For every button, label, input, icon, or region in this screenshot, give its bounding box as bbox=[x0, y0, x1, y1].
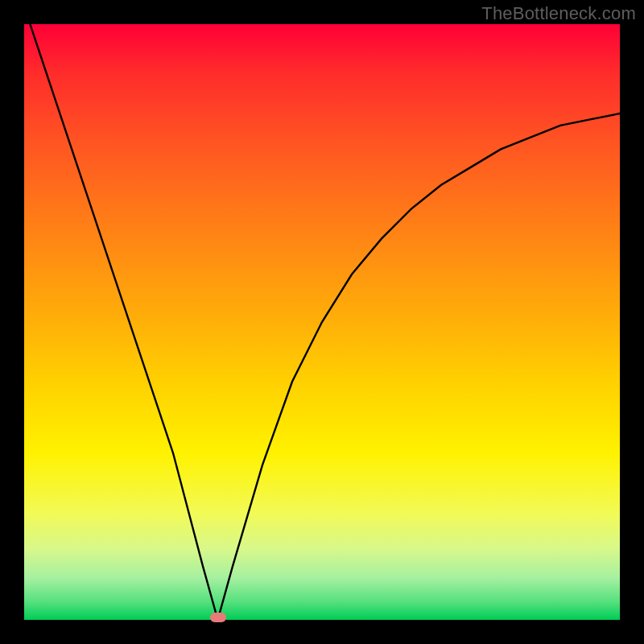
optimal-point-marker bbox=[210, 613, 226, 622]
bottleneck-curve-path bbox=[24, 24, 620, 620]
chart-container: TheBottleneck.com bbox=[0, 0, 644, 644]
plot-area bbox=[24, 24, 620, 620]
watermark-text: TheBottleneck.com bbox=[481, 3, 636, 24]
curve-svg bbox=[24, 24, 620, 620]
